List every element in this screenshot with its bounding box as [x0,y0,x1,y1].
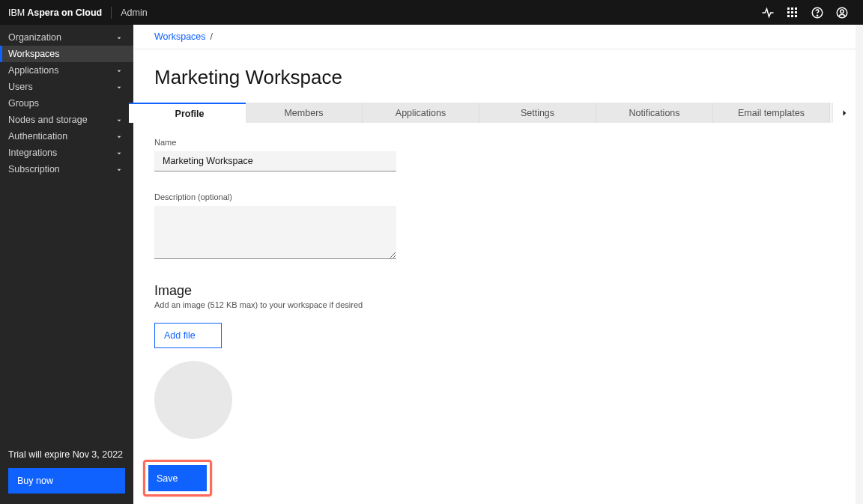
page-title: Marketing Workspace [133,49,856,103]
activity-icon[interactable] [755,0,780,25]
tabs-scroll-right[interactable] [832,103,856,123]
tab-label: Applications [396,108,446,118]
nav-item-integrations[interactable]: Integrations [0,145,133,161]
user-avatar-icon[interactable] [829,0,854,25]
chevron-down-icon [115,34,123,41]
nav-item-workspaces[interactable]: Workspaces [0,46,133,62]
admin-link[interactable]: Admin [121,7,147,18]
breadcrumb-root[interactable]: Workspaces [154,31,206,42]
add-file-button[interactable]: Add file [154,323,222,348]
nav-item-organization[interactable]: Organization [0,29,133,46]
main-content: Workspaces / Marketing Workspace Profile… [133,25,863,504]
breadcrumb-separator: / [211,31,213,42]
tab-notifications[interactable]: Notifications [596,103,713,123]
nav-item-nodes-storage[interactable]: Nodes and storage [0,112,133,128]
nav-list: Organization Workspaces Applications Use… [0,25,133,440]
svg-point-1 [817,15,817,16]
nav-label: Users [8,82,33,92]
breadcrumb: Workspaces / [133,25,856,49]
tab-email-templates[interactable]: Email templates [713,103,830,123]
nav-label: Authentication [8,131,67,142]
nav-label: Organization [8,32,61,43]
tab-members[interactable]: Members [246,103,363,123]
nav-label: Applications [8,65,58,76]
tab-profile[interactable]: Profile [129,103,246,123]
name-label: Name [154,138,835,147]
tab-label: Email templates [738,108,805,118]
brand-ibm: IBM [8,7,25,18]
app-switcher-icon[interactable] [780,0,805,25]
sidebar: Organization Workspaces Applications Use… [0,25,133,504]
tab-label: Settings [521,108,554,118]
nav-label: Workspaces [8,49,60,59]
svg-point-3 [840,9,844,13]
trial-expiry-text: Trial will expire Nov 3, 2022 [8,449,125,460]
image-placeholder [154,361,232,439]
image-subtext: Add an image (512 KB max) to your worksp… [154,300,835,309]
header-divider [111,7,112,19]
buy-now-button[interactable]: Buy now [8,468,125,494]
name-input[interactable] [154,151,396,171]
sidebar-footer: Trial will expire Nov 3, 2022 Buy now [0,440,133,504]
description-label: Description (optional) [154,192,835,201]
image-heading: Image [154,283,835,299]
chevron-down-icon [115,83,123,91]
help-icon[interactable] [805,0,829,25]
nav-item-users[interactable]: Users [0,79,133,95]
nav-item-groups[interactable]: Groups [0,95,133,112]
tabs: Profile Members Applications Settings No… [129,103,856,123]
save-highlight: Save [143,460,212,497]
chevron-down-icon [115,133,123,140]
tab-settings[interactable]: Settings [479,103,596,123]
chevron-down-icon [115,166,123,173]
name-field-group: Name [154,138,835,171]
chevron-down-icon [115,67,123,74]
tab-content: Name Description (optional) Image Add an… [133,123,856,504]
nav-label: Subscription [8,164,60,174]
nav-label: Integrations [8,148,57,158]
nav-label: Nodes and storage [8,115,88,125]
tab-label: Profile [175,109,205,119]
tab-label: Members [284,108,323,118]
save-button[interactable]: Save [148,465,207,491]
description-textarea[interactable] [154,206,396,259]
nav-item-applications[interactable]: Applications [0,62,133,79]
chevron-down-icon [115,149,123,157]
brand-product: Aspera on Cloud [27,7,102,18]
tab-applications[interactable]: Applications [363,103,479,123]
nav-item-authentication[interactable]: Authentication [0,128,133,145]
chevron-down-icon [115,116,123,124]
nav-label: Groups [8,98,39,109]
top-header: IBM Aspera on Cloud Admin [0,0,863,25]
tab-label: Notifications [629,108,679,118]
description-field-group: Description (optional) [154,192,835,262]
nav-item-subscription[interactable]: Subscription [0,161,133,177]
